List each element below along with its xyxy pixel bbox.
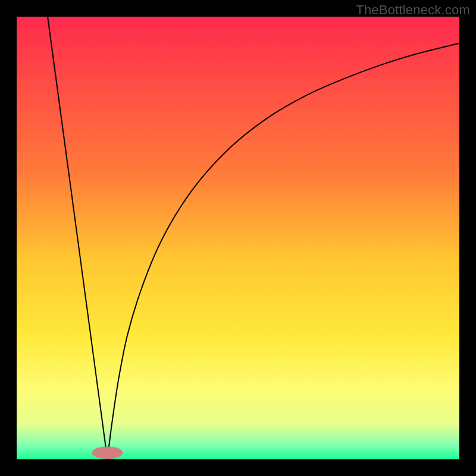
plot-area [17, 17, 459, 459]
chart-frame: TheBottleneck.com [0, 0, 476, 476]
watermark-text: TheBottleneck.com [356, 2, 470, 18]
gradient-background [17, 17, 459, 459]
chart-svg [17, 17, 459, 459]
vertex-marker [92, 446, 123, 459]
